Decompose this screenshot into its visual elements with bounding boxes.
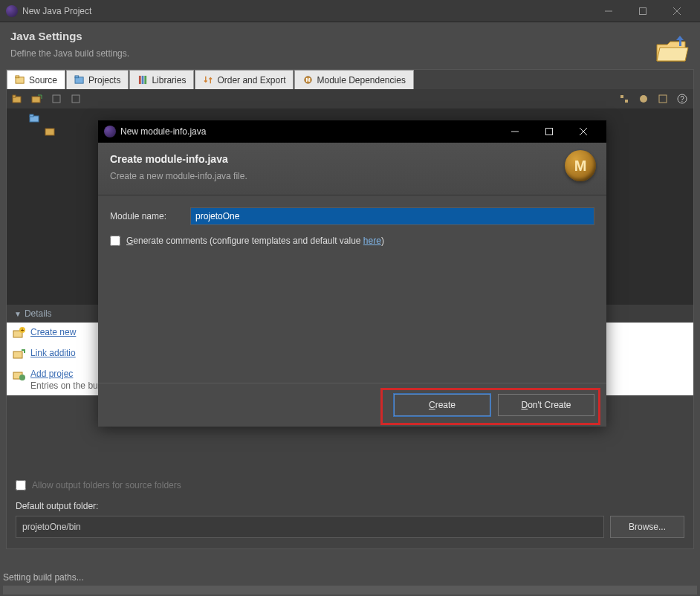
svg-rect-35: [546, 129, 553, 135]
browse-button[interactable]: Browse...: [610, 516, 684, 538]
wizard-header: Java Settings Define the Java build sett…: [0, 22, 700, 69]
minimize-button[interactable]: [592, 0, 626, 22]
add-folder-button[interactable]: [10, 91, 26, 107]
toggle-1-button[interactable]: [616, 91, 632, 107]
dialog-header: Create module-info.java Create a new mod…: [98, 143, 606, 195]
main-window-titlebar: New Java Project: [0, 0, 700, 22]
progress-bar: [3, 586, 697, 595]
svg-rect-11: [145, 76, 147, 84]
link-folder-icon: [13, 348, 26, 360]
svg-rect-19: [620, 95, 623, 98]
add-project-icon: [13, 369, 26, 380]
svg-rect-15: [13, 95, 16, 97]
svg-rect-18: [72, 95, 80, 103]
new-folder-icon: +: [13, 327, 26, 339]
edit-button[interactable]: [48, 91, 65, 107]
help-button[interactable]: ?: [674, 91, 690, 107]
add-project-link[interactable]: Add projec: [30, 369, 73, 379]
projects-icon: [74, 75, 85, 85]
tab-libraries[interactable]: Libraries: [129, 70, 194, 89]
dialog-titlebar: New module-info.java: [98, 120, 606, 143]
dialog-minimize-button[interactable]: [498, 120, 532, 143]
create-button[interactable]: Create: [394, 394, 490, 416]
package-icon: [44, 126, 56, 137]
window-title: New Java Project: [22, 6, 91, 16]
dialog-close-button[interactable]: [566, 120, 600, 143]
page-subtitle: Define the Java build settings.: [10, 48, 690, 59]
svg-rect-17: [53, 95, 60, 103]
module-name-input[interactable]: [190, 207, 594, 225]
svg-text:?: ?: [680, 95, 684, 103]
svg-rect-20: [625, 100, 628, 103]
folder-icon: [654, 36, 690, 65]
remove-button[interactable]: [68, 91, 84, 107]
allow-output-checkbox[interactable]: [16, 480, 26, 490]
toggle-3-button[interactable]: [655, 91, 671, 107]
svg-rect-26: [30, 114, 33, 117]
dialog-header-title: Create module-info.java: [110, 153, 594, 165]
dialog-body: Module name: Generate comments (configur…: [98, 195, 606, 383]
link-folder-button[interactable]: [29, 91, 45, 107]
tab-module-dependencies[interactable]: M Module Dependencies: [294, 70, 413, 89]
order-icon: [203, 75, 214, 85]
status-text: Setting build paths...: [3, 572, 84, 583]
svg-rect-27: [45, 129, 54, 135]
dialog-footer: Create Don't Create: [98, 383, 606, 427]
bottom-panel: Allow output folders for source folders …: [7, 473, 693, 548]
here-link[interactable]: here: [363, 236, 381, 246]
module-info-dialog: New module-info.java Create module-info.…: [98, 120, 606, 427]
output-folder-input[interactable]: [16, 516, 604, 538]
svg-rect-9: [139, 76, 141, 84]
create-new-link[interactable]: Create new: [30, 327, 76, 337]
dont-create-button[interactable]: Don't Create: [498, 394, 594, 416]
generate-comments-row: Generate comments (configure templates a…: [110, 236, 594, 246]
source-toolbar: ?: [7, 89, 693, 108]
generate-comments-checkbox[interactable]: [110, 236, 120, 246]
libraries-icon: [137, 75, 149, 85]
svg-rect-8: [75, 76, 79, 78]
status-bar: Setting build paths...: [0, 568, 700, 596]
tab-source[interactable]: Source: [7, 70, 65, 89]
module-name-label: Module name:: [110, 211, 190, 221]
svg-rect-16: [32, 97, 40, 103]
source-icon: [15, 75, 26, 85]
folder-open-icon: [29, 113, 41, 123]
svg-rect-1: [640, 7, 646, 14]
module-icon: M: [302, 75, 314, 85]
toggle-2-button[interactable]: [635, 91, 652, 107]
tab-bar: Source Projects Libraries Order and Expo…: [7, 70, 693, 89]
chevron-down-icon: ▼: [14, 310, 22, 318]
tab-projects[interactable]: Projects: [66, 70, 129, 89]
output-folder-label: Default output folder:: [16, 501, 684, 511]
svg-rect-6: [16, 76, 19, 78]
svg-point-33: [19, 375, 25, 380]
svg-text:M: M: [306, 77, 311, 83]
eclipse-icon: [6, 5, 18, 17]
dialog-header-subtitle: Create a new module-info.java file.: [110, 171, 594, 181]
svg-rect-10: [142, 76, 144, 84]
svg-rect-31: [13, 352, 22, 358]
page-title: Java Settings: [10, 30, 690, 42]
dialog-title: New module-info.java: [120, 126, 206, 137]
svg-text:+: +: [21, 327, 25, 334]
module-badge-icon: M: [565, 150, 596, 181]
svg-point-21: [640, 95, 647, 103]
tab-order-export[interactable]: Order and Export: [195, 70, 294, 89]
dialog-maximize-button[interactable]: [532, 120, 566, 143]
link-additional-link[interactable]: Link additio: [30, 348, 76, 358]
close-button[interactable]: [660, 0, 694, 22]
svg-rect-22: [659, 95, 667, 103]
allow-output-checkbox-row: Allow output folders for source folders: [16, 480, 684, 490]
maximize-button[interactable]: [626, 0, 660, 22]
eclipse-icon: [104, 126, 116, 137]
